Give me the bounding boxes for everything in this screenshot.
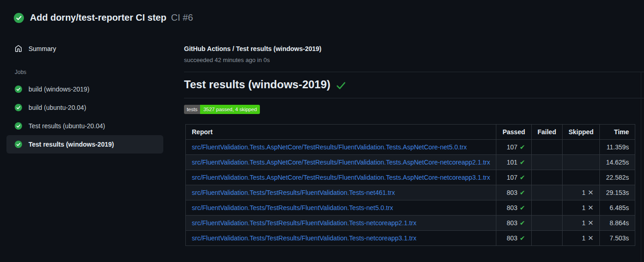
skipped-count: 1 bbox=[582, 189, 586, 196]
passed-cell: 107✔ bbox=[496, 140, 531, 155]
sidebar-job-item[interactable]: Test results (ubuntu-20.04) bbox=[6, 117, 163, 135]
sidebar-job-item[interactable]: Test results (windows-2019) bbox=[6, 135, 163, 154]
check-icon: ✔ bbox=[520, 189, 525, 196]
table-row: src/FluentValidation.Tests/TestResults/F… bbox=[186, 216, 635, 231]
table-header-row: Report Passed Failed Skipped Time bbox=[186, 125, 635, 140]
right-gutter-divider bbox=[641, 72, 641, 262]
skipped-count: 1 bbox=[582, 204, 586, 211]
failed-cell bbox=[531, 140, 562, 155]
column-header-failed: Failed bbox=[531, 125, 562, 140]
tests-badge: tests 3527 passed, 4 skipped bbox=[184, 105, 260, 114]
failed-cell bbox=[531, 170, 562, 185]
jobs-section-label: Jobs bbox=[15, 69, 179, 75]
report-cell: src/FluentValidation.Tests.AspNetCore/Te… bbox=[186, 155, 496, 170]
time-value: 22.582s bbox=[606, 174, 629, 181]
sidebar-job-item[interactable]: build (ubuntu-20.04) bbox=[6, 98, 163, 117]
passed-count: 803 bbox=[506, 219, 517, 227]
time-cell: 7.503s bbox=[600, 231, 635, 246]
time-value: 11.359s bbox=[606, 143, 629, 151]
column-header-time: Time bbox=[600, 125, 635, 140]
column-header-report: Report bbox=[186, 125, 496, 140]
passed-count: 107 bbox=[506, 174, 517, 181]
failed-cell bbox=[531, 200, 562, 216]
check-icon: ✔ bbox=[520, 143, 525, 151]
time-value: 29.153s bbox=[606, 189, 629, 196]
time-cell: 14.625s bbox=[600, 155, 635, 170]
report-link[interactable]: src/FluentValidation.Tests/TestResults/F… bbox=[192, 189, 395, 196]
badge-value: 3527 passed, 4 skipped bbox=[200, 105, 260, 114]
check-icon: ✔ bbox=[520, 159, 525, 166]
passed-count: 803 bbox=[506, 189, 517, 196]
column-header-skipped: Skipped bbox=[562, 125, 599, 140]
divider bbox=[184, 98, 644, 98]
check-icon: ✔ bbox=[520, 174, 525, 181]
time-cell: 22.582s bbox=[600, 170, 635, 185]
check-circle-icon bbox=[15, 141, 22, 148]
passed-count: 101 bbox=[506, 159, 517, 166]
report-cell: src/FluentValidation.Tests/TestResults/F… bbox=[186, 216, 496, 231]
passed-cell: 101✔ bbox=[496, 155, 531, 170]
table-row: src/FluentValidation.Tests/TestResults/F… bbox=[186, 185, 635, 200]
report-cell: src/FluentValidation.Tests.AspNetCore/Te… bbox=[186, 140, 496, 155]
table-row: src/FluentValidation.Tests.AspNetCore/Te… bbox=[186, 170, 635, 185]
check-icon: ✔ bbox=[520, 234, 525, 242]
cross-icon: ✕ bbox=[588, 188, 594, 196]
check-icon bbox=[336, 80, 346, 91]
time-cell: 11.359s bbox=[600, 140, 635, 155]
sidebar-job-item[interactable]: build (windows-2019) bbox=[6, 80, 163, 98]
skipped-count: 1 bbox=[582, 234, 586, 242]
passed-cell: 803✔ bbox=[496, 231, 531, 246]
report-link[interactable]: src/FluentValidation.Tests/TestResults/F… bbox=[192, 204, 393, 211]
report-cell: src/FluentValidation.Tests/TestResults/F… bbox=[186, 231, 496, 246]
table-body: src/FluentValidation.Tests.AspNetCore/Te… bbox=[186, 140, 635, 246]
passed-cell: 803✔ bbox=[496, 200, 531, 216]
skipped-cell: ✕ bbox=[562, 155, 599, 170]
sidebar-job-label: Test results (windows-2019) bbox=[29, 141, 114, 148]
failed-cell bbox=[531, 155, 562, 170]
failed-cell bbox=[531, 231, 562, 246]
check-circle-icon bbox=[15, 122, 22, 130]
column-header-passed: Passed bbox=[496, 125, 531, 140]
table-row: src/FluentValidation.Tests/TestResults/F… bbox=[186, 231, 635, 246]
check-run-status: succeeded 42 minutes ago in 0s bbox=[184, 57, 270, 63]
skipped-cell: ✕ bbox=[562, 140, 599, 155]
sidebar: Summary Jobs build (windows-2019) build … bbox=[0, 41, 179, 154]
time-value: 8.864s bbox=[610, 219, 629, 227]
passed-cell: 803✔ bbox=[496, 185, 531, 200]
sidebar-item-summary[interactable]: Summary bbox=[0, 41, 179, 56]
report-cell: src/FluentValidation.Tests/TestResults/F… bbox=[186, 185, 496, 200]
report-cell: src/FluentValidation.Tests/TestResults/F… bbox=[186, 200, 496, 216]
skipped-cell: 1✕ bbox=[562, 200, 599, 216]
sidebar-summary-label: Summary bbox=[29, 45, 56, 52]
time-cell: 6.485s bbox=[600, 200, 635, 216]
passed-count: 107 bbox=[506, 143, 517, 151]
skipped-cell: 1✕ bbox=[562, 185, 599, 200]
home-icon bbox=[15, 45, 22, 52]
test-results-table: Report Passed Failed Skipped Time src/Fl… bbox=[185, 124, 635, 246]
report-cell: src/FluentValidation.Tests.AspNetCore/Te… bbox=[186, 170, 496, 185]
sidebar-job-label: Test results (ubuntu-20.04) bbox=[29, 122, 105, 130]
passed-count: 803 bbox=[506, 234, 517, 242]
skipped-cell: 1✕ bbox=[562, 216, 599, 231]
report-link[interactable]: src/FluentValidation.Tests/TestResults/F… bbox=[192, 219, 416, 227]
skipped-count: 1 bbox=[582, 219, 586, 227]
passed-count: 803 bbox=[506, 204, 517, 211]
report-link[interactable]: src/FluentValidation.Tests.AspNetCore/Te… bbox=[192, 143, 467, 151]
run-title: Add dorny/test-reporter CI step bbox=[30, 12, 167, 23]
table-row: src/FluentValidation.Tests.AspNetCore/Te… bbox=[186, 155, 635, 170]
failed-cell bbox=[531, 185, 562, 200]
check-icon: ✔ bbox=[520, 204, 525, 211]
time-value: 6.485s bbox=[610, 204, 629, 211]
skipped-cell: 1✕ bbox=[562, 231, 599, 246]
run-header: Add dorny/test-reporter CI step CI #6 bbox=[14, 12, 193, 23]
report-link[interactable]: src/FluentValidation.Tests.AspNetCore/Te… bbox=[192, 159, 490, 166]
report-link[interactable]: src/FluentValidation.Tests/TestResults/F… bbox=[192, 234, 416, 242]
report-link[interactable]: src/FluentValidation.Tests.AspNetCore/Te… bbox=[192, 174, 490, 181]
time-value: 14.625s bbox=[606, 159, 629, 166]
passed-cell: 803✔ bbox=[496, 216, 531, 231]
section-heading: Test results (windows-2019) bbox=[184, 78, 346, 91]
table-row: src/FluentValidation.Tests/TestResults/F… bbox=[186, 200, 635, 216]
badge-label: tests bbox=[184, 105, 200, 114]
time-cell: 8.864s bbox=[600, 216, 635, 231]
sidebar-job-label: build (ubuntu-20.04) bbox=[29, 104, 86, 111]
